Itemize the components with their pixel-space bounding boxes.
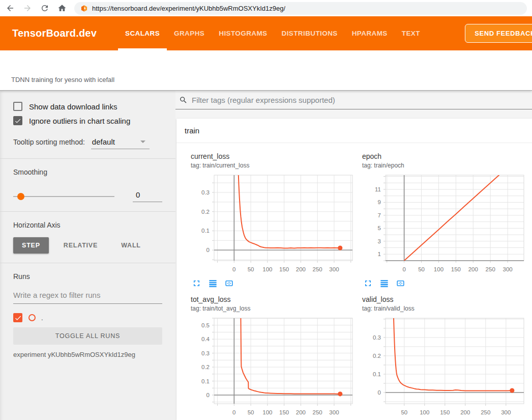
line-chart-epoch[interactable]: 0501001502002503001357911: [362, 173, 528, 278]
svg-text:50: 50: [401, 409, 407, 415]
tensorboard-favicon: [80, 5, 88, 12]
svg-text:300: 300: [503, 266, 513, 272]
app-header: TensorBoard.dev SCALARS GRAPHS HISTOGRAM…: [0, 16, 532, 50]
axis-wall-button[interactable]: WALL: [112, 237, 150, 254]
axis-step-button[interactable]: STEP: [13, 237, 49, 254]
horizontal-axis-label: Horizontal Axis: [13, 221, 162, 229]
svg-text:0.5: 0.5: [201, 322, 210, 328]
svg-text:11: 11: [375, 186, 381, 192]
chart-card-current-loss: current_loss tag: train/current_loss 050…: [191, 152, 359, 288]
url-text: https://tensorboard.dev/experiment/yKUbh…: [92, 5, 285, 12]
toggle-all-runs-button[interactable]: TOGGLE ALL RUNS: [13, 327, 162, 345]
svg-text:0.4: 0.4: [201, 336, 210, 342]
line-chart-tot-avg-loss[interactable]: 05010015020025030000.10.20.30.40.5: [191, 316, 357, 420]
slider-thumb[interactable]: [17, 193, 24, 200]
divider: [0, 158, 175, 159]
svg-text:0.3: 0.3: [373, 334, 381, 341]
tab-text[interactable]: TEXT: [395, 16, 427, 50]
tab-distributions[interactable]: DISTRIBUTIONS: [275, 16, 345, 50]
forward-icon[interactable]: [22, 3, 33, 13]
chart-tag: tag: train/valid_loss: [362, 305, 528, 312]
chart-title: epoch: [362, 152, 528, 160]
ignore-outliers-checkbox[interactable]: Ignore outliers in chart scaling: [13, 116, 162, 125]
main-nav: SCALARS GRAPHS HISTOGRAMS DISTRIBUTIONS …: [118, 16, 427, 50]
checkbox-label: Show data download links: [29, 102, 117, 111]
tooltip-sorting-dropdown[interactable]: default: [91, 137, 150, 149]
line-chart-valid-loss[interactable]: 5010015020025030000.10.20.3: [362, 316, 528, 420]
svg-text:3: 3: [378, 238, 381, 244]
divider: [0, 263, 175, 263]
chart-title: current_loss: [191, 152, 359, 160]
svg-text:50: 50: [418, 266, 425, 272]
chart-title: tot_avg_loss: [191, 295, 359, 303]
tab-scalars[interactable]: SCALARS: [118, 16, 167, 50]
data-table-icon[interactable]: [379, 278, 389, 288]
svg-text:0: 0: [232, 266, 235, 272]
svg-text:5: 5: [378, 225, 381, 231]
experiment-caption: experiment yKUbhb5wRmOSXYkId1z9eg: [13, 351, 162, 358]
smoothing-value-input[interactable]: 0: [133, 190, 162, 202]
svg-text:7: 7: [378, 212, 381, 218]
svg-text:0: 0: [378, 389, 381, 396]
fit-domain-icon[interactable]: [396, 278, 405, 288]
tab-graphs[interactable]: GRAPHS: [167, 16, 212, 50]
line-chart-current-loss[interactable]: 05010015020025030000.10.20.3: [191, 173, 357, 278]
svg-text:50: 50: [248, 266, 254, 272]
svg-text:0.3: 0.3: [201, 189, 210, 195]
reload-icon[interactable]: [40, 3, 50, 13]
chart-tag: tag: train/epoch: [362, 162, 528, 169]
tab-histograms[interactable]: HISTOGRAMS: [212, 16, 274, 50]
svg-text:150: 150: [440, 409, 450, 415]
svg-text:300: 300: [329, 409, 339, 415]
chart-title: valid_loss: [362, 295, 528, 303]
show-download-links-checkbox[interactable]: Show data download links: [13, 102, 162, 111]
svg-text:250: 250: [481, 409, 490, 415]
svg-text:200: 200: [296, 266, 306, 272]
svg-text:200: 200: [296, 409, 306, 415]
smoothing-label: Smoothing: [13, 168, 162, 176]
chart-toolbar: [191, 278, 359, 288]
tooltip-sorting-value: default: [92, 137, 115, 146]
run-checkbox[interactable]: [13, 313, 22, 322]
svg-text:150: 150: [279, 409, 289, 415]
run-color-circle-icon[interactable]: [28, 314, 36, 321]
charts-grid: current_loss tag: train/current_loss 050…: [176, 143, 532, 420]
checkbox-label: Ignore outliers in chart scaling: [29, 117, 130, 125]
data-table-icon[interactable]: [208, 278, 218, 288]
tensorboard-logo: TensorBoard.dev: [12, 27, 97, 39]
svg-text:0.1: 0.1: [201, 228, 210, 234]
chart-card-epoch: epoch tag: train/epoch 05010015020025030…: [359, 152, 528, 288]
tab-hparams[interactable]: HPARAMS: [345, 16, 395, 50]
chart-card-tot-avg-loss: tot_avg_loss tag: train/tot_avg_loss 050…: [191, 295, 359, 420]
checkbox-icon: [13, 102, 22, 111]
svg-text:300: 300: [329, 266, 339, 272]
axis-relative-button[interactable]: RELATIVE: [55, 237, 106, 254]
svg-text:250: 250: [313, 266, 322, 272]
smoothing-slider[interactable]: [13, 196, 114, 197]
svg-text:1: 1: [378, 251, 381, 257]
checkbox-icon: [13, 116, 22, 125]
svg-text:100: 100: [262, 409, 272, 415]
train-section-header[interactable]: train: [176, 119, 532, 143]
back-icon[interactable]: [5, 3, 15, 13]
tag-filter-input[interactable]: [192, 96, 532, 104]
fullscreen-icon[interactable]: [192, 278, 201, 288]
tag-filter-row: [175, 91, 532, 109]
run-row: .: [13, 313, 162, 322]
home-icon[interactable]: [57, 3, 67, 13]
fullscreen-icon[interactable]: [363, 278, 373, 288]
url-bar[interactable]: https://tensorboard.dev/experiment/yKUbh…: [74, 2, 527, 15]
chart-tag: tag: train/tot_avg_loss: [191, 305, 359, 312]
svg-text:0.2: 0.2: [201, 209, 210, 215]
svg-text:250: 250: [486, 266, 495, 272]
runs-filter-input[interactable]: [13, 288, 162, 304]
run-name: .: [41, 314, 43, 322]
chevron-down-icon: [140, 141, 145, 143]
svg-text:200: 200: [460, 409, 470, 415]
fit-domain-icon[interactable]: [224, 278, 234, 288]
browser-chrome: https://tensorboard.dev/experiment/yKUbh…: [0, 0, 532, 16]
tooltip-sorting-label: Tooltip sorting method:: [13, 138, 85, 146]
send-feedback-button[interactable]: SEND FEEDBACK: [465, 24, 532, 43]
svg-text:150: 150: [451, 266, 461, 272]
train-section-card: train current_loss tag: train/current_lo…: [176, 119, 532, 420]
